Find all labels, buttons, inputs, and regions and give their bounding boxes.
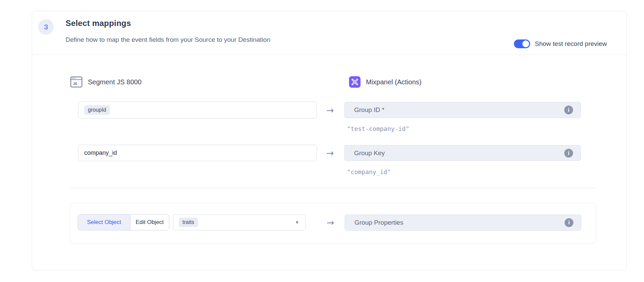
source-field-input-group-id[interactable]: groupId xyxy=(78,102,317,118)
destination-field-group-properties: Group Properties xyxy=(345,215,581,231)
browser-js-window-icon: JS xyxy=(70,76,82,88)
destination-field-label: Group Properties xyxy=(354,219,565,226)
destination-field-group-id: Group ID * xyxy=(344,102,581,118)
step-number-badge: 3 xyxy=(38,19,54,35)
field-chip: traits xyxy=(179,218,198,227)
source-name: Segment JS 8000 xyxy=(88,78,142,86)
arrow-right-icon xyxy=(320,145,340,161)
object-mode-button-group: Select Object Edit Object xyxy=(78,214,169,230)
test-record-preview-control: Show test record preview xyxy=(514,39,607,48)
arrow-right-icon xyxy=(320,214,341,230)
source-header: JS Segment JS 8000 xyxy=(70,76,142,88)
page-subtitle: Define how to map the event fields from … xyxy=(66,36,270,44)
mixpanel-x-logo-icon xyxy=(349,76,361,88)
show-test-record-preview-toggle[interactable] xyxy=(514,39,530,48)
svg-text:JS: JS xyxy=(73,82,77,86)
section-divider xyxy=(70,188,596,188)
select-mappings-card: 3 Select mappings Define how to map the … xyxy=(32,11,627,271)
test-preview-value: "test-company-id" xyxy=(347,125,409,132)
edit-object-button[interactable]: Edit Object xyxy=(130,215,169,230)
caret-down-icon xyxy=(296,219,298,225)
select-object-button[interactable]: Select Object xyxy=(78,215,130,230)
header-divider xyxy=(32,55,626,55)
test-preview-value: "company_id" xyxy=(347,168,391,175)
source-field-input-group-key[interactable]: company_id xyxy=(78,145,317,161)
info-icon[interactable] xyxy=(564,106,573,114)
object-source-dropdown[interactable]: traits xyxy=(173,214,305,230)
destination-field-label: Group ID * xyxy=(354,106,564,114)
destination-field-group-key: Group Key xyxy=(344,145,581,161)
toggle-label: Show test record preview xyxy=(535,40,607,48)
destination-header: Mixpanel (Actions) xyxy=(349,76,422,88)
page-title: Select mappings xyxy=(66,19,131,28)
field-chip: groupId xyxy=(84,105,110,115)
destination-field-label: Group Key xyxy=(354,149,564,157)
arrow-right-icon xyxy=(320,102,340,118)
source-field-value: company_id xyxy=(84,149,117,157)
info-icon[interactable] xyxy=(564,149,573,158)
object-mapping-container: Select Object Edit Object traits Group P… xyxy=(70,203,596,244)
info-icon[interactable] xyxy=(565,218,573,227)
destination-name: Mixpanel (Actions) xyxy=(366,78,422,86)
